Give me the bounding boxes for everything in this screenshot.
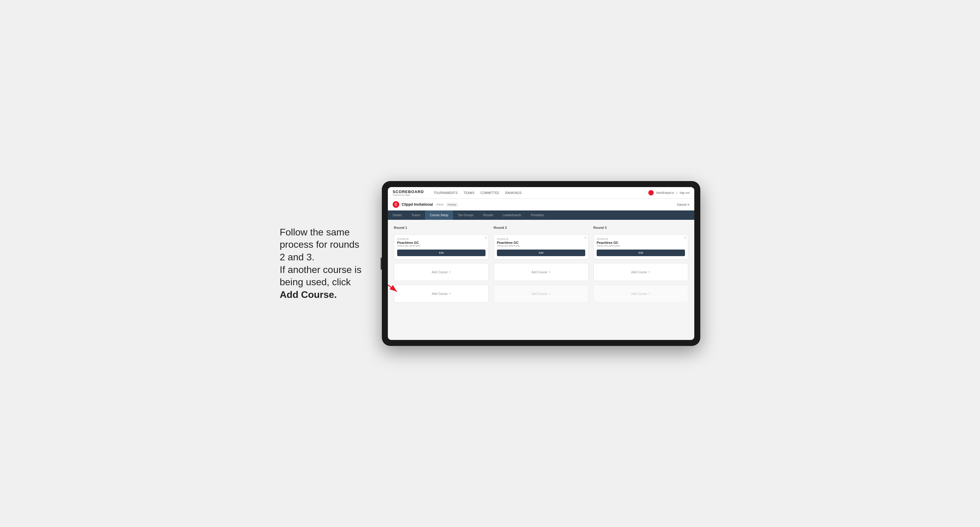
round-2-column: Round 2 (Course A) Peachtree GC Yellow (… [493,226,589,303]
sign-out-link[interactable]: Sign out [679,191,689,194]
sub-header: C Clippd Invitational (Men) Hosting Canc… [388,199,694,211]
round-1-edit-button[interactable]: Edit [397,249,485,256]
separator: | [676,191,677,194]
round-3-add-course-2: Add Course + [593,285,688,303]
round-1-add-course-wrapper: Add Course + [394,263,489,281]
round-2-delete-icon[interactable]: ⊡ [584,236,587,239]
round-3-label: Round 3 [593,226,688,229]
round-3-plus-icon-2: + [648,292,651,296]
logo-subtitle: Powered by clippd [393,194,424,196]
rounds-grid: Round 1 (Course A) Peachtree GC Yellow (… [394,226,688,303]
round-2-add-course-text-1: Add Course + [531,270,551,274]
round-1-add-course-1[interactable]: Add Course + [394,263,489,281]
round-3-course-card: (Course A) Peachtree GC Yellow (M) (6629… [593,234,688,259]
nav-links: TOURNAMENTS TEAMS COMMITTEE RANKINGS [434,191,641,195]
round-3-add-course-1[interactable]: Add Course + [593,263,688,281]
round-1-course-name: Peachtree GC [397,241,485,244]
round-3-delete-icon[interactable]: ⊡ [684,236,686,239]
round-3-column: Round 3 (Course A) Peachtree GC Yellow (… [593,226,688,303]
round-3-edit-button[interactable]: Edit [597,249,685,256]
tablet-side-button [381,258,382,270]
round-2-edit-button[interactable]: Edit [497,249,585,256]
clippd-logo: C [393,201,399,208]
tablet-frame: SCOREBOARD Powered by clippd TOURNAMENTS… [382,181,700,346]
tournament-name: Clippd Invitational [402,202,433,206]
round-3-course-details: Yellow (M) (6629 yds) [597,244,685,247]
page-wrapper: Follow the same process for rounds 2 and… [280,181,700,346]
round-3-plus-icon-1: + [648,270,651,274]
round-3-add-course-text-2: Add Course + [631,292,651,296]
nav-committee[interactable]: COMMITTEE [480,191,499,195]
nav-rankings[interactable]: RANKINGS [505,191,522,195]
round-2-course-name: Peachtree GC [497,241,585,244]
instruction-panel: Follow the same process for rounds 2 and… [280,226,364,301]
round-2-label: Round 2 [493,226,589,229]
tab-teams[interactable]: Teams [407,211,425,220]
user-avatar [648,190,654,195]
top-nav-right: blair@clippd.io | Sign out [648,190,689,195]
round-3-add-course-text-1: Add Course + [631,270,651,274]
main-content: Round 1 (Course A) Peachtree GC Yellow (… [388,220,694,340]
round-1-column: Round 1 (Course A) Peachtree GC Yellow (… [394,226,489,303]
round-2-plus-icon-2: + [549,292,551,296]
plus-icon-2: + [449,292,451,296]
round-1-label: Round 1 [394,226,489,229]
user-email: blair@clippd.io [656,191,674,194]
round-1-course-card-wrapper: (Course A) Peachtree GC Yellow (M) (6629… [394,234,489,259]
tab-leaderboards[interactable]: Leaderboards [498,211,526,220]
logo-title: SCOREBOARD [393,189,424,194]
tab-course-setup[interactable]: Course Setup [425,211,453,220]
round-2-course-tag: (Course A) [497,238,585,240]
round-3-course-name: Peachtree GC [597,241,685,244]
add-course-emphasis: Add Course. [280,289,337,300]
round-2-add-course-text-2: Add Course + [531,292,551,296]
round-3-course-card-wrapper: (Course A) Peachtree GC Yellow (M) (6629… [593,234,688,259]
nav-tournaments[interactable]: TOURNAMENTS [434,191,458,195]
round-2-add-course-1[interactable]: Add Course + [493,263,589,281]
tab-details[interactable]: Details [388,211,407,220]
top-nav: SCOREBOARD Powered by clippd TOURNAMENTS… [388,187,694,199]
round-2-add-course-2: Add Course + [493,285,589,303]
round-1-course-card: (Course A) Peachtree GC Yellow (M) (6629… [394,234,489,259]
round-2-course-card-wrapper: (Course A) Peachtree GC Yellow (M) (6629… [493,234,589,259]
round-2-course-details: Yellow (M) (6629 yds) [497,244,585,247]
round-1-add-course-2[interactable]: Add Course + [394,285,489,303]
tab-results[interactable]: Results [478,211,498,220]
tab-printables[interactable]: Printables [526,211,549,220]
tournament-gender: (Men) [436,203,444,206]
round-1-delete-icon[interactable]: ⊡ [485,236,487,239]
cancel-button[interactable]: Cancel ✕ [677,203,689,206]
hosting-badge: Hosting [446,203,458,206]
scoreboard-logo: SCOREBOARD Powered by clippd [393,189,424,196]
round-1-course-details: Yellow (M) (6629 yds) [397,244,485,247]
nav-teams[interactable]: TEAMS [464,191,474,195]
sub-header-left: C Clippd Invitational (Men) Hosting [393,201,458,208]
tab-nav: Details Teams Course Setup Tee Groups Re… [388,211,694,220]
plus-icon-1: + [449,270,451,274]
tab-tee-groups[interactable]: Tee Groups [453,211,478,220]
round-3-course-tag: (Course A) [597,238,685,240]
round-2-course-card: (Course A) Peachtree GC Yellow (M) (6629… [493,234,589,259]
round-1-course-tag: (Course A) [397,238,485,240]
add-course-text-2: Add Course + [432,292,451,296]
tablet-screen: SCOREBOARD Powered by clippd TOURNAMENTS… [388,187,694,340]
add-course-text-1: Add Course + [432,270,451,274]
round-2-plus-icon-1: + [549,270,551,274]
instruction-text: Follow the same process for rounds 2 and… [280,227,361,300]
